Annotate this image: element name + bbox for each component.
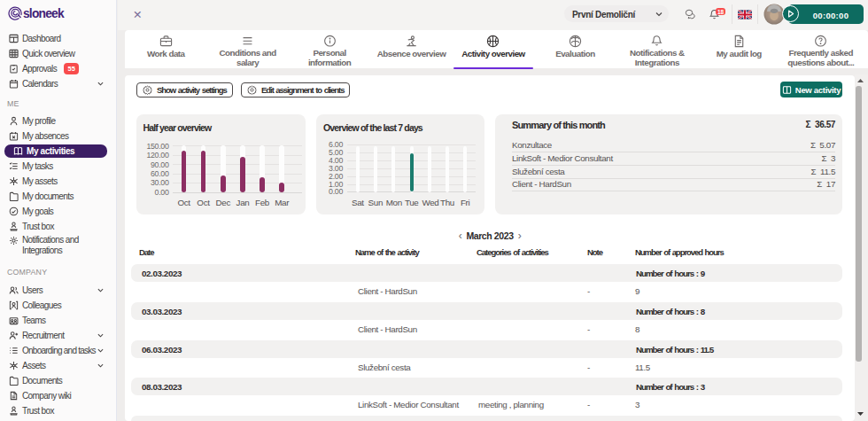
svg-text:sloneek: sloneek [23, 7, 65, 20]
